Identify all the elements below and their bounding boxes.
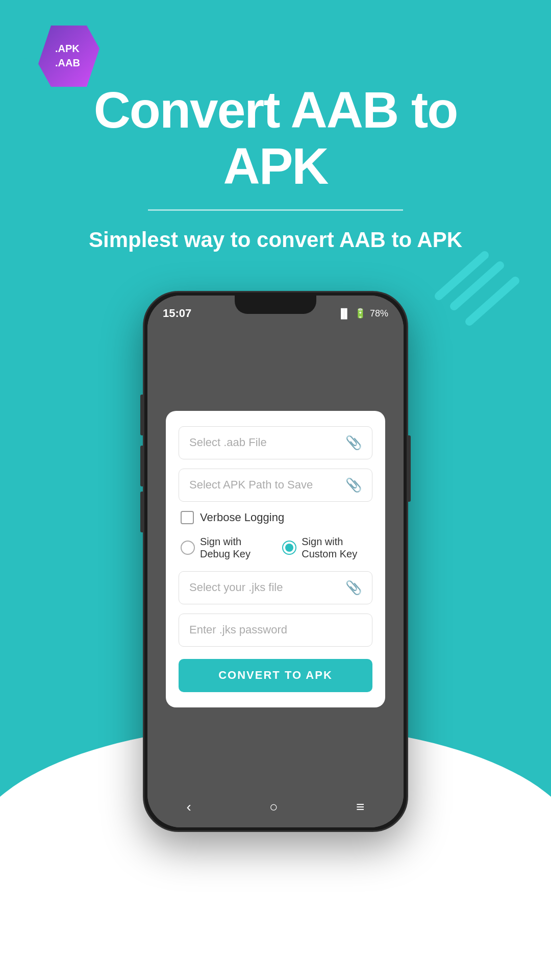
status-icons: ▐▌ 🔋 78% — [337, 308, 388, 319]
battery-icon: 🔋 — [355, 308, 366, 319]
phone-outer: 15:07 ▐▌ 🔋 78% Select .aab File 📎 — [143, 291, 408, 832]
nav-menu-icon[interactable]: ≡ — [356, 799, 364, 815]
subtitle: Simplest way to convert AAB to APK — [41, 226, 510, 254]
attach-apk-icon: 📎 — [345, 477, 362, 493]
phone-screen: 15:07 ▐▌ 🔋 78% Select .aab File 📎 — [147, 296, 404, 827]
attach-aab-icon: 📎 — [345, 435, 362, 451]
verbose-logging-label: Verbose Logging — [200, 511, 284, 524]
verbose-logging-row: Verbose Logging — [179, 511, 372, 524]
jks-password-field[interactable]: Enter .jks password — [179, 614, 372, 647]
app-content: Select .aab File 📎 Select APK Path to Sa… — [147, 326, 404, 792]
select-apk-path-field[interactable]: Select APK Path to Save 📎 — [179, 469, 372, 502]
phone-notch — [235, 296, 316, 314]
status-time: 15:07 — [163, 307, 191, 320]
phone-nav-bar: ‹ ○ ≡ — [147, 792, 404, 827]
sign-custom-radio[interactable] — [282, 541, 296, 555]
sign-key-radio-row: Sign with Debug Key Sign with Custom Key — [179, 535, 372, 560]
svg-text:.APK: .APK — [55, 43, 80, 54]
attach-jks-icon: 📎 — [345, 580, 362, 596]
sign-custom-option[interactable]: Sign with Custom Key — [282, 535, 372, 560]
jks-password-placeholder: Enter .jks password — [189, 623, 287, 636]
select-aab-field[interactable]: Select .aab File 📎 — [179, 426, 372, 459]
select-aab-placeholder: Select .aab File — [189, 436, 267, 449]
select-jks-field[interactable]: Select your .jks file 📎 — [179, 571, 372, 604]
svg-point-6 — [22, 58, 29, 64]
svg-text:.AAB: .AAB — [55, 57, 80, 68]
sign-debug-label: Sign with Debug Key — [200, 535, 267, 560]
phone-mockup: 15:07 ▐▌ 🔋 78% Select .aab File 📎 — [143, 291, 408, 832]
title-divider — [148, 209, 403, 211]
select-jks-placeholder: Select your .jks file — [189, 581, 283, 594]
verbose-logging-checkbox[interactable] — [181, 511, 194, 524]
sign-debug-option[interactable]: Sign with Debug Key — [181, 535, 267, 560]
sign-debug-radio[interactable] — [181, 541, 195, 555]
svg-point-7 — [22, 68, 29, 75]
signal-icon: ▐▌ — [337, 308, 350, 319]
sign-custom-label: Sign with Custom Key — [302, 535, 372, 560]
header-section: Convert AAB to APK Simplest way to conve… — [0, 82, 551, 254]
decorative-lines — [423, 250, 525, 344]
nav-home-icon[interactable]: ○ — [269, 799, 278, 815]
main-title: Convert AAB to APK — [41, 82, 510, 194]
nav-back-icon[interactable]: ‹ — [187, 799, 191, 815]
battery-percent: 78% — [370, 308, 388, 319]
convert-button[interactable]: CONVERT TO APK — [179, 659, 372, 692]
form-card: Select .aab File 📎 Select APK Path to Sa… — [166, 411, 385, 707]
select-apk-placeholder: Select APK Path to Save — [189, 478, 313, 492]
